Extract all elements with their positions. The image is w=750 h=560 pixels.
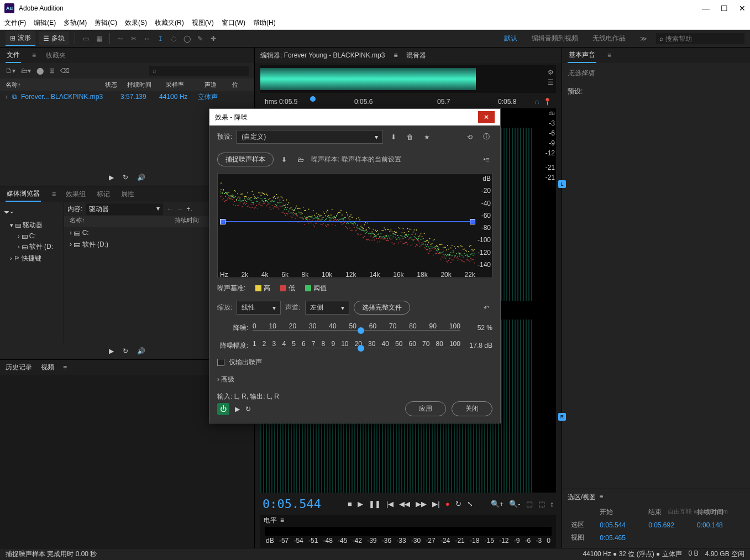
new-file-icon[interactable]: 🗋▾ — [6, 67, 15, 75]
workspace-radio[interactable]: 无线电作品 — [587, 34, 631, 43]
save-preset-icon[interactable]: ⬇ — [387, 131, 400, 143]
col-duration[interactable]: 持续时间 — [127, 81, 166, 89]
tree-node-shortcuts[interactable]: › 🏳 快捷键 — [3, 253, 60, 264]
slider-thumb[interactable] — [358, 345, 364, 352]
tab-favorites[interactable]: 收藏夹 — [45, 49, 67, 62]
expand-icon[interactable]: › — [6, 93, 12, 101]
channel-left-badge[interactable]: L — [558, 180, 566, 188]
playhead[interactable] — [310, 96, 316, 102]
workspace-default[interactable]: 默认 — [499, 34, 523, 43]
play-button[interactable]: ▶ — [358, 500, 363, 508]
tab-markers[interactable]: 标记 — [96, 187, 111, 201]
tool-marquee-icon[interactable]: ◌ — [169, 34, 179, 44]
tool-hud-icon[interactable]: ▭ — [81, 34, 91, 44]
apply-button[interactable]: 应用 — [405, 401, 446, 416]
menu-favorites[interactable]: 收藏夹(R) — [155, 18, 184, 28]
content-dropdown[interactable]: 驱动器▾ — [86, 203, 163, 215]
timeline-ruler[interactable]: hms 0:05.5 0:05.6 05.7 0:05.8 ∩ 📍 — [260, 95, 556, 108]
col-channels[interactable]: 声道 — [204, 81, 232, 89]
file-row[interactable]: › ⧉ Forever... BLACKPINK.mp3 3:57.139 44… — [0, 91, 254, 103]
power-toggle[interactable]: ⏻ — [217, 403, 229, 415]
select-all-file-button[interactable]: 选择完整文件 — [354, 301, 410, 315]
zoom-in-v-icon[interactable]: ↕ — [550, 500, 554, 508]
fwd-icon[interactable]: → — [176, 205, 183, 213]
delete-icon[interactable]: ⌫ — [60, 67, 70, 75]
col-status[interactable]: 状态 — [105, 81, 127, 89]
list-icon[interactable]: ☰ — [548, 78, 554, 86]
play-icon[interactable]: ▶ — [109, 174, 114, 181]
tab-video[interactable]: 视频 — [41, 363, 54, 372]
noise-profile-graph[interactable]: dB-20-40-60-80-100-120-140 Hz2k4k6k8k10k… — [217, 173, 492, 278]
open-file-icon[interactable]: 🗁▾ — [21, 67, 31, 75]
goto-start-button[interactable]: |◀ — [386, 500, 394, 508]
zoom-full-icon[interactable]: ⬚ — [526, 500, 533, 508]
pause-button[interactable]: ❚❚ — [369, 500, 381, 508]
tool-slip-icon[interactable]: ↔ — [142, 34, 152, 44]
tab-history[interactable]: 历史记录 — [6, 363, 32, 372]
skip-button[interactable]: ⤡ — [467, 500, 473, 508]
tool-brush-icon[interactable]: ✎ — [195, 34, 205, 44]
zoom-sel-icon[interactable]: ⬚ — [538, 500, 545, 508]
tool-razor-icon[interactable]: ✂ — [129, 34, 139, 44]
favorite-icon[interactable]: ★ — [421, 131, 433, 143]
tab-levels[interactable]: 电平 — [264, 516, 277, 525]
minimize-button[interactable]: — — [702, 4, 710, 13]
menu-file[interactable]: 文件(F) — [4, 18, 26, 28]
preview-play-button[interactable]: ▶ — [235, 405, 240, 413]
tool-time-select-icon[interactable]: 𝙸 — [155, 34, 165, 44]
zoom-in-icon[interactable]: 🔍+ — [491, 500, 504, 508]
record-button[interactable]: ● — [445, 500, 450, 508]
help-search-input[interactable] — [665, 35, 741, 43]
load-sample-icon[interactable]: ⬇ — [278, 154, 290, 166]
scale-dropdown[interactable]: 线性▾ — [237, 301, 281, 315]
output-noise-checkbox[interactable] — [217, 359, 224, 366]
waveform-view-button[interactable]: ⊞波形 — [6, 31, 35, 46]
dialog-close-pill-button[interactable]: 关闭 — [452, 401, 492, 416]
zoom-out-icon[interactable]: 🔍- — [509, 500, 520, 508]
loop-button[interactable]: ↻ — [455, 500, 461, 508]
pin-icon[interactable]: 📍 — [543, 98, 552, 106]
tree-node-drives[interactable]: ▾ 🖴 驱动器 — [3, 219, 60, 231]
zoom-icon[interactable]: ⚙ — [548, 69, 554, 76]
menu-icon[interactable]: •≡ — [480, 154, 492, 166]
channel-dropdown[interactable]: 左侧▾ — [305, 301, 349, 315]
col-depth[interactable]: 位 — [232, 81, 238, 89]
workspace-audiovideo[interactable]: 编辑音频到视频 — [526, 34, 584, 43]
slider-thumb[interactable] — [358, 327, 364, 334]
link-icon[interactable]: ⟲ — [464, 131, 476, 143]
tab-essential-sound[interactable]: 基本声音 — [568, 48, 596, 63]
tool-spectral-icon[interactable]: ▦ — [94, 34, 104, 44]
advanced-toggle[interactable]: › 高级 — [209, 370, 500, 389]
autoplay-icon[interactable]: 🔊 — [137, 174, 145, 181]
tab-mixer[interactable]: 混音器 — [406, 51, 426, 60]
files-panel-menu-icon[interactable]: ≡ — [32, 51, 36, 59]
menu-view[interactable]: 视图(V) — [192, 18, 214, 28]
goto-end-button[interactable]: ▶| — [432, 500, 439, 508]
tree-node-c[interactable]: › 🖴 C: — [3, 231, 60, 241]
reduce-by-value[interactable]: 17.8 dB — [465, 342, 492, 349]
menu-edit[interactable]: 编辑(E) — [34, 18, 56, 28]
tree-menu-icon[interactable]: ⏷▾ — [3, 208, 13, 216]
dialog-titlebar[interactable]: 效果 - 降噪 ✕ — [209, 109, 500, 125]
tab-media-browser[interactable]: 媒体浏览器 — [6, 187, 41, 202]
reduce-by-slider[interactable]: 1234567891020304050607080100 — [253, 340, 460, 351]
autoplay-icon[interactable]: 🔊 — [137, 347, 145, 355]
tree-node-d[interactable]: › 🖴 软件 (D: — [3, 241, 60, 253]
col-rate[interactable]: 采样率 — [166, 81, 204, 89]
channel-right-badge[interactable]: R — [558, 413, 566, 421]
forward-button[interactable]: ▶▶ — [416, 500, 427, 508]
menu-effects[interactable]: 效果(S) — [125, 18, 147, 28]
tool-heal-icon[interactable]: ✚ — [208, 34, 218, 44]
col-name[interactable]: 名称↑ — [6, 81, 105, 89]
maximize-button[interactable]: ☐ — [721, 4, 728, 13]
multitrack-view-button[interactable]: ☰多轨 — [39, 32, 69, 45]
help-search[interactable]: ⌕ — [656, 33, 744, 44]
tab-effects-rack[interactable]: 效果组 — [65, 187, 87, 201]
menu-multitrack[interactable]: 多轨(M) — [64, 18, 87, 28]
loop-icon[interactable]: ↻ — [123, 174, 128, 181]
mb-col-name[interactable]: 名称↑ — [70, 216, 175, 227]
folder-icon[interactable]: 🗁 — [295, 154, 307, 166]
menu-window[interactable]: 窗口(W) — [222, 18, 245, 28]
back-icon[interactable]: ← — [166, 205, 173, 213]
tab-files[interactable]: 文件 — [6, 48, 21, 63]
